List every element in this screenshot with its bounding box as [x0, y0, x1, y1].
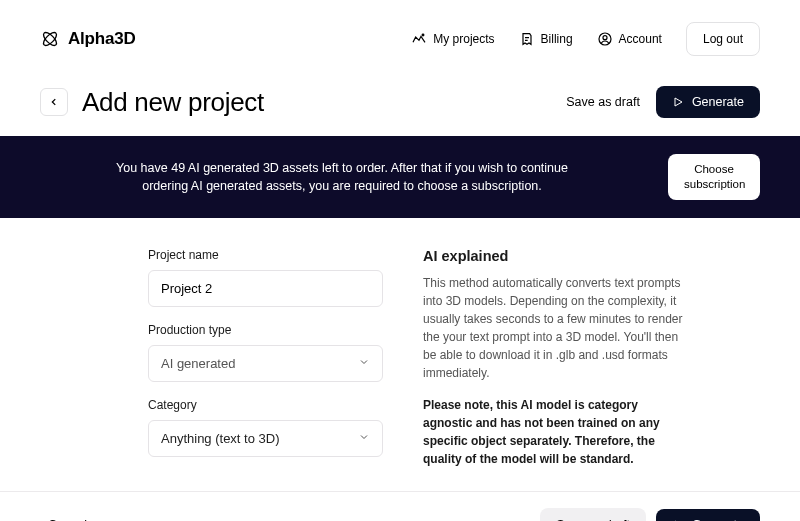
- project-name-field: Project name: [148, 248, 383, 307]
- project-name-input-wrap: [148, 270, 383, 307]
- production-type-label: Production type: [148, 323, 383, 337]
- production-type-select[interactable]: AI generated: [148, 345, 383, 382]
- choose-line1: Choose: [694, 163, 734, 175]
- logo[interactable]: Alpha3D: [40, 29, 136, 49]
- choose-line2: subscription: [684, 178, 745, 190]
- nav-label: Billing: [541, 32, 573, 46]
- nav-account[interactable]: Account: [597, 31, 662, 47]
- logo-icon: [40, 29, 60, 49]
- generate-button-top[interactable]: Generate: [656, 86, 760, 118]
- banner-text: You have 49 AI generated 3D assets left …: [40, 159, 644, 195]
- production-type-value: AI generated: [161, 356, 235, 371]
- ai-explained-panel: AI explained This method automatically c…: [423, 248, 683, 473]
- logo-text: Alpha3D: [68, 29, 136, 49]
- svg-point-4: [603, 36, 607, 40]
- svg-point-2: [422, 34, 424, 36]
- title-row: Add new project Save as draft Generate: [0, 72, 800, 136]
- generate-label: Generate: [692, 95, 744, 109]
- play-icon: [672, 96, 684, 108]
- back-button[interactable]: [40, 88, 68, 116]
- projects-icon: [411, 31, 427, 47]
- category-value: Anything (text to 3D): [161, 431, 280, 446]
- chevron-down-icon: [358, 431, 370, 446]
- nav-my-projects[interactable]: My projects: [411, 31, 494, 47]
- billing-icon: [519, 31, 535, 47]
- account-icon: [597, 31, 613, 47]
- footer: Cancel Save as draft Generate: [0, 492, 800, 521]
- project-name-input[interactable]: [161, 281, 370, 296]
- subscription-banner: You have 49 AI generated 3D assets left …: [0, 136, 800, 218]
- app-header: Alpha3D My projects Billing: [0, 0, 800, 72]
- project-name-label: Project name: [148, 248, 383, 262]
- generate-button-bottom[interactable]: Generate: [656, 509, 760, 521]
- save-draft-link-top[interactable]: Save as draft: [566, 95, 640, 109]
- page-title: Add new project: [82, 87, 264, 118]
- form-left: Project name Production type AI generate…: [148, 248, 383, 473]
- ai-explained-para: This method automatically converts text …: [423, 274, 683, 382]
- production-type-field: Production type AI generated: [148, 323, 383, 382]
- chevron-down-icon: [358, 356, 370, 371]
- save-draft-button-bottom[interactable]: Save as draft: [540, 508, 646, 521]
- nav-label: My projects: [433, 32, 494, 46]
- nav-billing[interactable]: Billing: [519, 31, 573, 47]
- form-area: Project name Production type AI generate…: [0, 218, 800, 492]
- ai-explained-note: Please note, this AI model is category a…: [423, 396, 683, 468]
- ai-explained-heading: AI explained: [423, 248, 683, 264]
- category-field: Category Anything (text to 3D): [148, 398, 383, 457]
- logout-button[interactable]: Log out: [686, 22, 760, 56]
- category-select[interactable]: Anything (text to 3D): [148, 420, 383, 457]
- chevron-left-icon: [49, 95, 59, 110]
- choose-subscription-button[interactable]: Choose subscription: [668, 154, 760, 200]
- nav-label: Account: [619, 32, 662, 46]
- main-nav: My projects Billing Account Log out: [411, 22, 760, 56]
- category-label: Category: [148, 398, 383, 412]
